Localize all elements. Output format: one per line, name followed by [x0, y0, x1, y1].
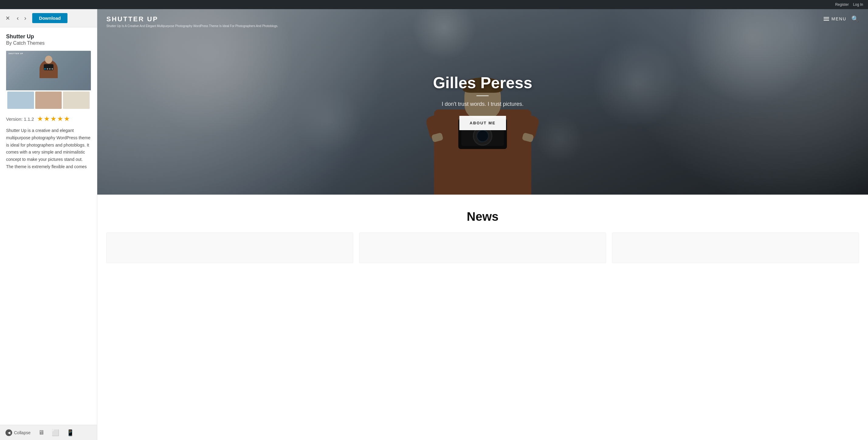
menu-line-2: [824, 19, 829, 19]
site-logo: SHUTTER UP Shutter Up Is A Creative And …: [106, 15, 278, 28]
news-section: News: [97, 195, 868, 272]
news-card-3: [612, 233, 859, 263]
collapse-button[interactable]: ◀ Collapse: [4, 428, 32, 437]
hero-content: Gilles Peress I don't trust words. I tru…: [433, 74, 532, 130]
desktop-view-icon[interactable]: 🖥: [37, 428, 45, 437]
hero-cta-button[interactable]: ABOUT ME: [459, 116, 506, 130]
sidebar: ✕ ‹ › Download Shutter Up By Catch Theme…: [0, 9, 97, 440]
theme-preview-thumbnail: SHUTTER UP: [6, 51, 91, 110]
theme-description: Shutter Up is a creative and elegant mul…: [6, 127, 91, 171]
hero-divider: [476, 95, 489, 96]
star-5: ★: [64, 115, 70, 123]
back-button[interactable]: ‹: [14, 13, 21, 23]
news-card-1: [106, 233, 353, 263]
menu-toggle[interactable]: MENU: [824, 17, 846, 21]
preview-dot-2: [46, 68, 48, 70]
sidebar-bottom: ◀ Collapse 🖥 ⬜ 📱: [0, 425, 97, 440]
hamburger-icon: [824, 17, 829, 21]
news-grid: [106, 233, 859, 263]
version-label: Version: 1.1.2: [6, 116, 34, 122]
preview-bottom: [6, 90, 91, 110]
nav-buttons: ‹ ›: [14, 13, 29, 23]
site-logo-tagline: Shutter Up Is A Creative And Elegant Mul…: [106, 24, 278, 28]
preview-dot-1: [44, 68, 45, 70]
preview-head: [45, 56, 52, 63]
preview-card-1: [7, 91, 34, 109]
site-logo-name: SHUTTER UP: [106, 15, 278, 23]
top-bar: Register Log In: [0, 0, 868, 9]
news-title: News: [106, 210, 859, 224]
menu-line-1: [824, 17, 829, 18]
star-4: ★: [57, 115, 63, 123]
collapse-label: Collapse: [14, 430, 30, 435]
preview-dot-4: [51, 68, 53, 70]
star-rating: ★ ★ ★ ★ ★: [37, 115, 70, 123]
login-link[interactable]: Log In: [853, 2, 863, 7]
preview-card-2: [35, 91, 62, 109]
site-header: Canon: [97, 9, 868, 195]
theme-author: By Catch Themes: [6, 40, 91, 46]
menu-line-3: [824, 20, 829, 21]
mobile-view-icon[interactable]: 📱: [65, 428, 75, 438]
sidebar-content: Shutter Up By Catch Themes SHUTTER UP: [0, 27, 97, 425]
preview-area: Canon: [97, 9, 868, 440]
hero-quote: I don't trust words. I trust pictures.: [433, 101, 532, 107]
close-button[interactable]: ✕: [3, 13, 12, 23]
preview-top: SHUTTER UP: [6, 51, 91, 90]
site-navigation: SHUTTER UP Shutter Up Is A Creative And …: [97, 9, 868, 34]
download-button[interactable]: Download: [32, 13, 67, 23]
register-link[interactable]: Register: [835, 2, 849, 7]
preview-dots: [44, 68, 53, 70]
hero-name: Gilles Peress: [433, 74, 532, 92]
sidebar-toolbar: ✕ ‹ › Download: [0, 9, 97, 27]
preview-card-3: [63, 91, 90, 109]
preview-dot-3: [49, 68, 51, 70]
star-3: ★: [51, 115, 57, 123]
news-card-2: [359, 233, 606, 263]
tablet-view-icon[interactable]: ⬜: [51, 428, 60, 438]
main-layout: ✕ ‹ › Download Shutter Up By Catch Theme…: [0, 9, 868, 440]
star-2: ★: [44, 115, 50, 123]
site-nav-right: MENU 🔍: [824, 15, 859, 23]
site-preview: Canon: [97, 9, 868, 440]
preview-nav-label: SHUTTER UP: [8, 53, 23, 54]
star-1: ★: [37, 115, 43, 123]
search-icon[interactable]: 🔍: [851, 15, 859, 23]
menu-label: MENU: [832, 17, 846, 21]
forward-button[interactable]: ›: [22, 13, 29, 23]
collapse-arrow-icon: ◀: [5, 429, 12, 436]
theme-name: Shutter Up: [6, 33, 91, 40]
version-row: Version: 1.1.2 ★ ★ ★ ★ ★: [6, 115, 91, 123]
